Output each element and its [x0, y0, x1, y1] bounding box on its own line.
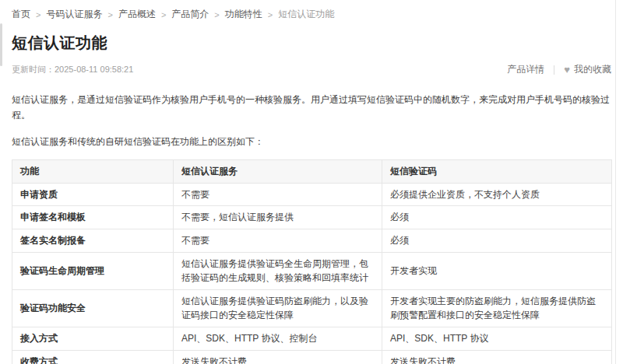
row-label: 申请签名和模板 [12, 206, 174, 229]
table-header-row: 功能 短信认证服务 短信验证码 [12, 160, 612, 184]
row-label: 收费方式 [12, 350, 174, 364]
table-cell: 发送失败不计费 [382, 350, 612, 364]
row-label: 验证码生命周期管理 [12, 252, 174, 289]
table-cell: 开发者实现主要的防盗刷能力，短信服务提供防盗刷预警配置和接口的安全稳定性保障 [382, 289, 612, 327]
favorites-link[interactable]: ♥ 我的收藏 [564, 63, 611, 76]
product-detail-link[interactable]: 产品详情 [507, 63, 544, 76]
table-row: 申请签名和模板 不需要，短信认证服务提供 必须 [12, 206, 612, 229]
table-cell: 必须提供企业资质，不支持个人资质 [382, 183, 612, 206]
left-scrollbar-thumb[interactable] [0, 23, 2, 66]
content-right-border [615, 0, 616, 364]
column-header-sms-code: 短信验证码 [382, 160, 612, 184]
column-header-feature: 功能 [12, 160, 174, 184]
doc-page: 首页 > 号码认证服务 > 产品概述 > 产品简介 > 功能特性 > 短信认证功… [0, 0, 623, 364]
table-row: 验证码功能安全 短信认证服务提供验证码防盗刷能力，以及验证码接口的安全稳定性保障… [12, 289, 612, 327]
table-row: 申请资质 不需要 必须提供企业资质，不支持个人资质 [12, 183, 612, 206]
breadcrumb-item-features[interactable]: 功能特性 [225, 8, 262, 21]
breadcrumb-item-number-auth-service[interactable]: 号码认证服务 [46, 8, 102, 21]
table-row: 收费方式 发送失败不计费 发送失败不计费 [12, 350, 612, 364]
table-cell: 不需要 [174, 229, 382, 252]
table-cell: 开发者实现 [382, 252, 612, 289]
table-row: 接入方式 API、SDK、HTTP 协议、控制台 API、SDK、HTTP 协议 [12, 327, 612, 350]
breadcrumb-separator: > [107, 10, 112, 19]
breadcrumb-item-current: 短信认证功能 [278, 8, 334, 21]
breadcrumb-item-product-intro[interactable]: 产品简介 [171, 8, 209, 21]
table-cell: 短信认证服务提供验证码防盗刷能力，以及验证码接口的安全稳定性保障 [174, 289, 382, 327]
column-header-sms-auth-service: 短信认证服务 [174, 160, 382, 184]
table-cell: 必须 [382, 229, 612, 252]
table-cell: 短信认证服务提供验证码全生命周期管理，包括验证码的生成规则、核验策略和回填率统计 [174, 252, 382, 289]
intro-paragraph: 短信认证服务，是通过短信验证码作为核验用户手机号的一种核验服务。用户通过填写短信… [12, 92, 611, 124]
table-cell: 发送失败不计费 [174, 350, 382, 364]
breadcrumb-separator: > [268, 10, 273, 19]
row-label: 接入方式 [12, 327, 174, 350]
meta-row: 更新时间：2025-08-11 09:58:21 产品详情 ♥ 我的收藏 [12, 63, 611, 76]
breadcrumb-separator: > [214, 10, 219, 19]
breadcrumb: 首页 > 号码认证服务 > 产品概述 > 产品简介 > 功能特性 > 短信认证功… [12, 0, 611, 21]
updated-time: 更新时间：2025-08-11 09:58:21 [12, 64, 133, 75]
table-cell: 不需要 [174, 183, 382, 206]
feature-comparison-table: 功能 短信认证服务 短信验证码 申请资质 不需要 必须提供企业资质，不支持个人资… [12, 159, 612, 364]
page-actions: 产品详情 ♥ 我的收藏 [507, 63, 611, 76]
lead-in-paragraph: 短信认证服务和传统的自研短信验证码在功能上的区别如下： [12, 134, 611, 149]
breadcrumb-item-product-overview[interactable]: 产品概述 [118, 8, 156, 21]
row-label: 验证码功能安全 [12, 289, 174, 327]
table-cell: API、SDK、HTTP 协议、控制台 [174, 327, 382, 350]
breadcrumb-separator: > [36, 10, 40, 19]
actions-divider [554, 65, 554, 75]
breadcrumb-separator: > [161, 10, 166, 19]
favorites-label: 我的收藏 [574, 63, 611, 76]
table-row: 验证码生命周期管理 短信认证服务提供验证码全生命周期管理，包括验证码的生成规则、… [12, 252, 612, 289]
page-title: 短信认证功能 [12, 33, 611, 54]
table-row: 签名实名制报备 不需要 必须 [12, 229, 612, 252]
row-label: 申请资质 [12, 183, 174, 206]
table-cell: API、SDK、HTTP 协议 [382, 327, 612, 350]
row-label: 签名实名制报备 [12, 229, 174, 252]
heart-icon: ♥ [564, 65, 570, 75]
table-cell: 不需要，短信认证服务提供 [174, 206, 382, 229]
table-cell: 必须 [382, 206, 612, 229]
breadcrumb-item-home[interactable]: 首页 [12, 8, 30, 21]
